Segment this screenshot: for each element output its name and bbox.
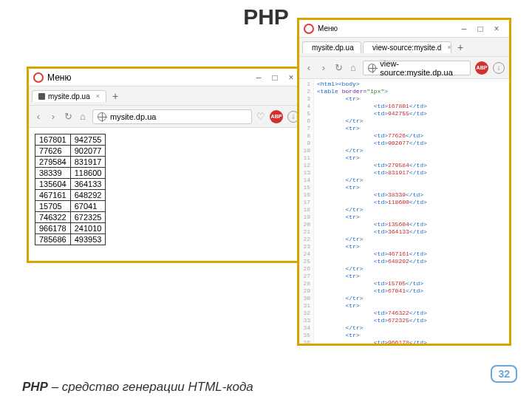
maximize-button[interactable]: □ <box>267 72 283 83</box>
table-row: 77626902077 <box>35 146 106 157</box>
tab-close-icon[interactable]: × <box>360 44 361 51</box>
table-cell: 467161 <box>35 190 71 201</box>
downloads-icon[interactable]: ↓ <box>493 62 505 74</box>
minimize-button[interactable]: – <box>456 24 472 34</box>
titlebar: Меню – □ × <box>29 69 304 86</box>
rendered-table: 1678019427557762690207727958483191738339… <box>35 134 106 245</box>
url-text: mysite.dp.ua <box>110 112 156 121</box>
new-tab-button[interactable]: + <box>453 41 468 53</box>
table-cell: 672325 <box>70 212 106 223</box>
globe-icon <box>368 64 376 72</box>
globe-icon <box>98 112 106 121</box>
table-cell: 493953 <box>70 234 106 245</box>
caption-rest: – средство генерации HTML-кода <box>48 380 253 394</box>
table-cell: 241010 <box>70 223 106 234</box>
menu-label[interactable]: Меню <box>47 72 71 83</box>
slide-caption: PHP – средство генерации HTML-кода <box>22 380 253 395</box>
table-cell: 364133 <box>70 179 106 190</box>
table-cell: 135604 <box>35 179 71 190</box>
browser-rendered-window: Меню – □ × mysite.dp.ua × + ‹ › ↻ ⌂ mysi… <box>27 66 306 263</box>
table-row: 467161648292 <box>35 190 106 201</box>
tab-close-icon[interactable]: × <box>96 92 100 100</box>
table-row: 1570567041 <box>35 201 106 212</box>
new-tab-button[interactable]: + <box>108 90 123 102</box>
address-bar: ‹ › ↻ ⌂ mysite.dp.ua ♡ ABP ↓ <box>29 106 304 128</box>
reload-button[interactable]: ↻ <box>63 111 73 122</box>
tab-bar: mysite.dp.ua × + <box>29 86 304 106</box>
favicon-icon <box>38 93 45 100</box>
close-button[interactable]: × <box>488 24 505 34</box>
table-cell: 942755 <box>70 134 106 146</box>
line-gutter: 1 2 3 4 5 6 7 8 9 10 11 12 13 14 15 16 1… <box>299 79 314 344</box>
menu-label[interactable]: Меню <box>318 24 338 33</box>
tab-label: mysite.dp.ua <box>312 44 354 52</box>
table-row: 966178241010 <box>35 223 106 234</box>
tab-label: view-source:mysite.d <box>372 44 441 52</box>
table-cell: 746322 <box>35 212 71 223</box>
back-button[interactable]: ‹ <box>304 62 314 73</box>
url-input[interactable]: mysite.dp.ua <box>92 109 252 124</box>
source-code: <html><body> <table border="1px"> <tr> <… <box>314 79 430 344</box>
titlebar: Меню – □ × <box>299 20 509 38</box>
adblock-icon[interactable]: ABP <box>270 110 283 123</box>
tab-close-icon[interactable]: × <box>447 44 451 51</box>
table-cell: 279584 <box>35 157 71 168</box>
maximize-button[interactable]: □ <box>472 24 488 34</box>
address-bar: ‹ › ↻ ⌂ view-source:mysite.dp.ua ABP ↓ <box>299 57 509 79</box>
table-row: 135604364133 <box>35 179 106 190</box>
reload-button[interactable]: ↻ <box>333 62 344 73</box>
tab-bar: mysite.dp.ua × view-source:mysite.d × + <box>299 38 509 57</box>
caption-bold: PHP <box>22 380 48 394</box>
url-text: view-source:mysite.dp.ua <box>380 59 466 77</box>
tab-label: mysite.dp.ua <box>48 92 90 100</box>
minimize-button[interactable]: – <box>250 72 267 83</box>
back-button[interactable]: ‹ <box>33 111 44 122</box>
home-button[interactable]: ⌂ <box>78 111 88 122</box>
table-cell: 15705 <box>35 201 71 212</box>
url-input[interactable]: view-source:mysite.dp.ua <box>363 61 471 75</box>
table-row: 38339118600 <box>35 168 106 179</box>
table-cell: 785686 <box>35 234 71 245</box>
page-number: 32 <box>491 365 517 383</box>
source-viewport: 1 2 3 4 5 6 7 8 9 10 11 12 13 14 15 16 1… <box>299 79 509 344</box>
table-cell: 648292 <box>70 190 106 201</box>
browser-source-window: Меню – □ × mysite.dp.ua × view-source:my… <box>297 18 511 346</box>
table-cell: 118600 <box>70 168 106 179</box>
tab-view-source[interactable]: view-source:mysite.d × <box>363 41 451 53</box>
table-cell: 167801 <box>35 134 71 146</box>
table-cell: 67041 <box>70 201 106 212</box>
table-row: 746322672325 <box>35 212 106 223</box>
table-cell: 831917 <box>70 157 106 168</box>
adblock-icon[interactable]: ABP <box>475 61 488 75</box>
table-cell: 38339 <box>35 168 71 179</box>
table-row: 279584831917 <box>35 157 106 168</box>
page-viewport: 1678019427557762690207727958483191738339… <box>29 128 304 261</box>
bookmark-icon[interactable]: ♡ <box>256 111 265 122</box>
table-cell: 966178 <box>35 223 71 234</box>
table-cell: 77626 <box>35 146 71 157</box>
forward-button[interactable]: › <box>48 111 58 122</box>
tab-mysite[interactable]: mysite.dp.ua × <box>32 90 106 102</box>
table-row: 785686493953 <box>35 234 106 245</box>
table-cell: 902077 <box>70 146 106 157</box>
opera-logo-icon <box>304 24 314 34</box>
table-row: 167801942755 <box>35 134 106 146</box>
home-button[interactable]: ⌂ <box>348 62 358 73</box>
forward-button[interactable]: › <box>318 62 329 73</box>
tab-mysite[interactable]: mysite.dp.ua × <box>302 41 361 53</box>
opera-logo-icon <box>33 72 44 83</box>
